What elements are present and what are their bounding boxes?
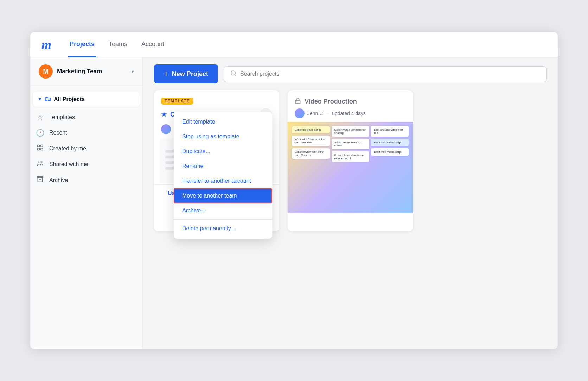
team-name: Marketing Team xyxy=(57,68,127,75)
chevron-down-icon: ▾ xyxy=(132,69,134,74)
sidebar-item-templates[interactable]: ☆ Templates xyxy=(30,110,142,125)
template-badge: TEMPLATE xyxy=(161,98,193,105)
dropdown-item-stop-using[interactable]: Stop using as template xyxy=(174,129,272,144)
kanban-card: Record tutorial on team management. xyxy=(332,151,369,162)
tab-account[interactable]: Account xyxy=(140,32,166,57)
kanban-card: Work with Stark on intro card template xyxy=(292,136,330,146)
sidebar-label-shared-with-me: Shared with me xyxy=(49,161,88,168)
team-selector[interactable]: M Marketing Team ▾ xyxy=(30,57,142,86)
kanban-card: Last one and write post to it xyxy=(371,126,409,137)
kanban-preview: Edit intro video script Work with Stark … xyxy=(288,122,413,213)
svg-rect-5 xyxy=(37,177,43,178)
top-nav: m Projects Teams Account xyxy=(30,32,558,57)
app-logo: m xyxy=(41,37,51,52)
person-icon xyxy=(36,144,44,153)
kanban-card: Export video template for sharing xyxy=(332,126,369,137)
clock-icon: 🕐 xyxy=(36,129,44,137)
dropdown-item-transfer[interactable]: Transfer to another account xyxy=(174,174,272,188)
kanban-col-1: Edit intro video script Work with Stark … xyxy=(292,126,330,209)
lock-icon xyxy=(295,98,301,106)
search-bar xyxy=(224,66,547,82)
dropdown-item-archive[interactable]: Archive... xyxy=(174,203,272,218)
kanban-card: Edit intro video script xyxy=(292,126,330,133)
team-avatar: M xyxy=(39,64,53,79)
group-icon xyxy=(36,160,44,169)
sidebar-label-created-by-me: Created by me xyxy=(49,145,86,152)
sidebar-item-recent[interactable]: 🕐 Recent xyxy=(30,125,142,140)
sidebar-item-created-by-me[interactable]: Created by me xyxy=(30,140,142,156)
dropdown-divider xyxy=(174,219,272,220)
all-projects-label: All Projects xyxy=(54,96,85,102)
dropdown-item-move-to-team[interactable]: Move to another team xyxy=(174,188,272,203)
video-card-top: Video Production Jenn.C – updated 4 days xyxy=(288,90,413,122)
star-filled-icon: ★ xyxy=(161,111,167,118)
kanban-card: Draft intro video script xyxy=(371,139,409,146)
main-content: + New Project TEMPLATE xyxy=(143,57,558,349)
dropdown-item-edit-template[interactable]: Edit template xyxy=(174,114,272,129)
sidebar-label-archive: Archive xyxy=(49,177,68,183)
video-updated: – xyxy=(326,111,329,116)
sidebar-label-recent: Recent xyxy=(49,130,67,136)
kanban-card: Draft intro video script xyxy=(371,148,409,156)
svg-rect-3 xyxy=(41,148,43,150)
star-icon: ☆ xyxy=(36,113,44,121)
dropdown-menu: Edit template Stop using as template Dup… xyxy=(174,112,272,239)
kanban-card: Structure onboarding videos xyxy=(332,139,369,149)
avatar-image xyxy=(295,108,305,118)
plus-icon: + xyxy=(164,69,168,79)
kanban-col-2: Export video template for sharing Struct… xyxy=(332,126,369,209)
sidebar-nav: ▾ 🗂 All Projects ☆ Templates 🕐 Recent xyxy=(30,86,142,194)
new-project-button[interactable]: + New Project xyxy=(154,64,218,83)
dropdown-item-duplicate[interactable]: Duplicate... xyxy=(174,144,272,159)
video-updated-text: updated 4 days xyxy=(332,111,366,116)
svg-rect-1 xyxy=(41,145,43,147)
search-icon xyxy=(230,70,237,78)
project-card-onboarding: TEMPLATE ★ Onboarding ⋮ xyxy=(154,90,279,231)
kanban-card: Edit interview with intro card Roberts. xyxy=(292,148,330,159)
app-window: m Projects Teams Account M Marketing Tea… xyxy=(30,32,558,349)
search-input[interactable] xyxy=(240,71,540,77)
sidebar-item-shared-with-me[interactable]: Shared with me xyxy=(30,156,142,172)
new-project-label: New Project xyxy=(172,70,208,78)
video-author: Jenn.C – updated 4 days xyxy=(295,108,406,118)
video-author-avatar xyxy=(295,108,305,118)
sidebar-label-templates: Templates xyxy=(49,114,75,120)
folder-icon: 🗂 xyxy=(44,95,51,103)
main-toolbar: + New Project xyxy=(143,57,558,90)
video-author-name: Jenn.C xyxy=(307,111,323,116)
video-title-text: Video Production xyxy=(305,98,357,105)
video-title: Video Production xyxy=(295,98,406,106)
avatar-image xyxy=(161,124,171,134)
content-area: M Marketing Team ▾ ▾ 🗂 All Projects ☆ Te… xyxy=(30,57,558,349)
arrow-icon: ▾ xyxy=(39,96,41,102)
sidebar-item-all-projects[interactable]: ▾ 🗂 All Projects xyxy=(33,92,140,107)
author-avatar xyxy=(161,124,171,134)
svg-line-8 xyxy=(235,74,236,75)
svg-rect-2 xyxy=(38,148,40,150)
sidebar: M Marketing Team ▾ ▾ 🗂 All Projects ☆ Te… xyxy=(30,57,143,349)
dropdown-item-rename[interactable]: Rename xyxy=(174,159,272,174)
projects-grid: TEMPLATE ★ Onboarding ⋮ xyxy=(143,90,558,243)
kanban-col-3: Last one and write post to it Draft intr… xyxy=(371,126,409,209)
project-card-video: Video Production Jenn.C – updated 4 days xyxy=(288,90,413,231)
sidebar-item-archive[interactable]: Archive xyxy=(30,172,142,188)
svg-rect-0 xyxy=(38,145,40,147)
archive-icon xyxy=(36,176,44,185)
dropdown-item-delete[interactable]: Delete permanently... xyxy=(174,221,272,236)
video-preview: Edit intro video script Work with Stark … xyxy=(288,122,413,213)
svg-rect-9 xyxy=(295,100,300,103)
svg-point-4 xyxy=(38,161,40,163)
tab-projects[interactable]: Projects xyxy=(68,32,96,57)
tab-teams[interactable]: Teams xyxy=(107,32,129,57)
